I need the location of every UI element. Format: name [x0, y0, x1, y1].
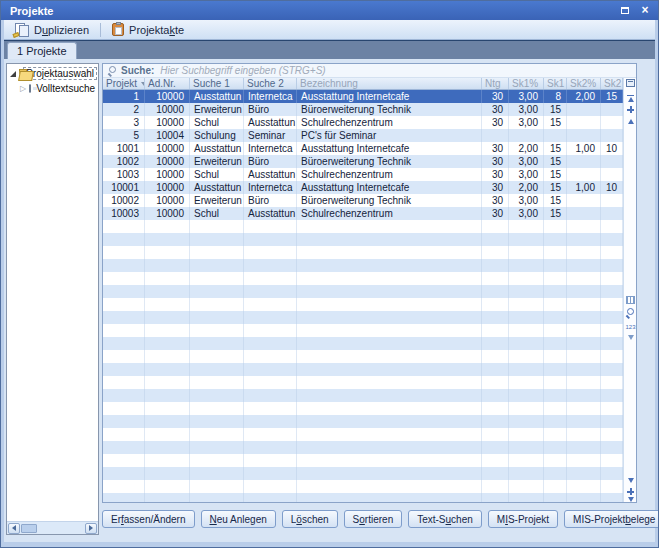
restore-window-button[interactable] [618, 3, 632, 17]
table-empty-row[interactable] [103, 493, 623, 502]
filter-icon[interactable] [624, 335, 637, 340]
table-row[interactable]: 1000210000ErweiterunBüroBüroerweiterung … [103, 194, 623, 207]
column-chooser-icon[interactable] [626, 79, 635, 87]
scroll-left-button[interactable] [8, 523, 20, 534]
column-header-bezeichnung[interactable]: Bezeichnung [297, 78, 482, 89]
table-cell [544, 129, 567, 142]
navigate-cross-bottom-icon[interactable] [624, 488, 637, 495]
table-empty-row[interactable] [103, 376, 623, 389]
table-empty-row[interactable] [103, 363, 623, 376]
table-row[interactable]: 310000SchulAusstattunSchulrechenzentrum3… [103, 116, 623, 129]
table-row[interactable]: 210000ErweiterunBüroBüroerweiterung Tech… [103, 103, 623, 116]
table-empty-row[interactable] [103, 298, 623, 311]
table-empty-row[interactable] [103, 389, 623, 402]
table-cell: 30 [482, 155, 509, 168]
mis-projekt-button[interactable]: MIS-Projekt [488, 510, 558, 528]
tree-horizontal-scrollbar[interactable] [7, 521, 98, 534]
table-empty-row[interactable] [103, 480, 623, 493]
table-cell [244, 454, 297, 467]
table-cell: 15 [544, 168, 567, 181]
scroll-right-button[interactable] [85, 523, 97, 534]
table-row[interactable]: 100210000ErweiterunBüroBüroerweiterung T… [103, 155, 623, 168]
column-header-ntg[interactable]: Ntg [482, 78, 509, 89]
columns-icon[interactable] [624, 296, 637, 304]
scrollbar-thumb[interactable] [21, 524, 37, 533]
table-cell [482, 324, 509, 337]
table-empty-row[interactable] [103, 467, 623, 480]
table-cell [601, 220, 623, 233]
expander-collapsed-icon[interactable]: ▷ [20, 85, 26, 93]
table-cell [482, 350, 509, 363]
table-cell [103, 298, 145, 311]
table-empty-row[interactable] [103, 220, 623, 233]
table-row[interactable]: 110000AusstattunInternetcaAusstattung In… [103, 90, 623, 103]
column-header-sk1[interactable]: Sk1 [544, 78, 567, 89]
table-empty-row[interactable] [103, 324, 623, 337]
tree-item-label[interactable]: Projektauswahl [23, 67, 97, 80]
column-header-suche-2[interactable]: Suche 2 [244, 78, 297, 89]
table-empty-row[interactable] [103, 454, 623, 467]
column-header-label: Sk1 [547, 78, 564, 89]
table-empty-row[interactable] [103, 311, 623, 324]
sortieren-button[interactable]: Sortieren [344, 510, 403, 528]
close-window-button[interactable]: × [638, 3, 652, 17]
table-empty-row[interactable] [103, 428, 623, 441]
table-empty-row[interactable] [103, 441, 623, 454]
column-header-sk1-[interactable]: Sk1% [509, 78, 544, 89]
table-row[interactable]: 100110000AusstattunInternetcaAusstattung… [103, 142, 623, 155]
column-header-projekt[interactable]: Projekt [103, 78, 145, 89]
erfassen-ndern-button[interactable]: Erfassen/Ändern [102, 510, 195, 528]
table-cell [601, 324, 623, 337]
column-header-label: Projekt [106, 78, 137, 89]
table-cell [601, 259, 623, 272]
column-header-suche-1[interactable]: Suche 1 [190, 78, 244, 89]
l-schen-button[interactable]: Löschen [282, 510, 338, 528]
table-empty-row[interactable] [103, 285, 623, 298]
table-row[interactable]: 1000110000AusstattunInternetcaAusstattun… [103, 181, 623, 194]
scroll-up-icon[interactable] [624, 119, 637, 124]
neu-anlegen-button[interactable]: Neu Anlegen [201, 510, 276, 528]
numeric-sort-icon[interactable]: 123 [624, 324, 637, 331]
table-empty-row[interactable] [103, 233, 623, 246]
table-cell [145, 389, 190, 402]
table-row[interactable]: 100310000SchulAusstattunSchulrechenzentr… [103, 168, 623, 181]
table-cell: Internetca [244, 181, 297, 194]
tree-item-label[interactable]: Volltextsuche [34, 83, 97, 94]
search-label: Suche: [121, 65, 154, 76]
scroll-to-bottom-icon[interactable] [624, 497, 637, 503]
search-input[interactable] [158, 64, 636, 77]
table-empty-row[interactable] [103, 259, 623, 272]
duplizieren-button[interactable]: Duplizieren [8, 21, 96, 39]
table-empty-row[interactable] [103, 246, 623, 259]
table-empty-row[interactable] [103, 415, 623, 428]
scroll-to-top-icon[interactable] [624, 94, 637, 102]
table-empty-row[interactable] [103, 350, 623, 363]
table-row[interactable]: 1000310000SchulAusstattunSchulrechenzent… [103, 207, 623, 220]
table-cell: Büro [244, 103, 297, 116]
column-header-sk2[interactable]: Sk2 [601, 78, 623, 89]
table-empty-row[interactable] [103, 272, 623, 285]
table-cell [601, 155, 623, 168]
table-cell [544, 363, 567, 376]
projektakte-button[interactable]: Projektakte [105, 21, 191, 39]
column-header-ad-nr-[interactable]: Ad.Nr. [145, 78, 190, 89]
tree-item-volltextsuche[interactable]: ▷ Volltextsuche [7, 81, 98, 95]
table-cell: PC's für Seminar [297, 129, 482, 142]
tab-1-projekte[interactable]: 1 Projekte [7, 42, 77, 59]
expander-expanded-icon[interactable] [10, 71, 16, 77]
tree-item-projektauswahl[interactable]: Projektauswahl [7, 64, 98, 81]
navigate-cross-icon[interactable] [624, 106, 637, 113]
mis-projektbelege-button[interactable]: MIS-Projektbelege [564, 510, 659, 528]
table-row[interactable]: 510004SchulungSeminarPC's für Seminar [103, 129, 623, 142]
table-empty-row[interactable] [103, 337, 623, 350]
column-header-sk2-[interactable]: Sk2% [567, 78, 601, 89]
table-cell [567, 376, 601, 389]
zoom-icon[interactable] [624, 308, 637, 317]
table-cell [297, 402, 482, 415]
table-cell [482, 402, 509, 415]
scroll-down-icon[interactable] [624, 478, 637, 483]
text-suchen-button[interactable]: Text-Suchen [408, 510, 482, 528]
table-cell [244, 285, 297, 298]
table-empty-row[interactable] [103, 402, 623, 415]
table-cell [190, 493, 244, 502]
